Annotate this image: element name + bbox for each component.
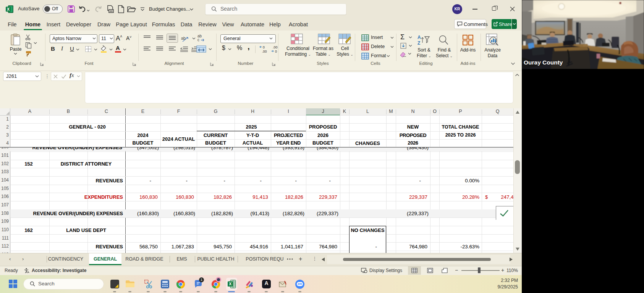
svg-text:.00: .00	[262, 50, 267, 53]
svg-text:Z: Z	[417, 40, 420, 46]
svg-text:0: 0	[263, 45, 265, 49]
svg-text:A: A	[417, 35, 421, 40]
svg-text:c: c	[197, 38, 199, 42]
svg-text:X: X	[7, 7, 10, 11]
svg-text:X: X	[229, 282, 231, 286]
svg-text:0: 0	[275, 50, 277, 53]
svg-text:.00: .00	[273, 45, 278, 49]
